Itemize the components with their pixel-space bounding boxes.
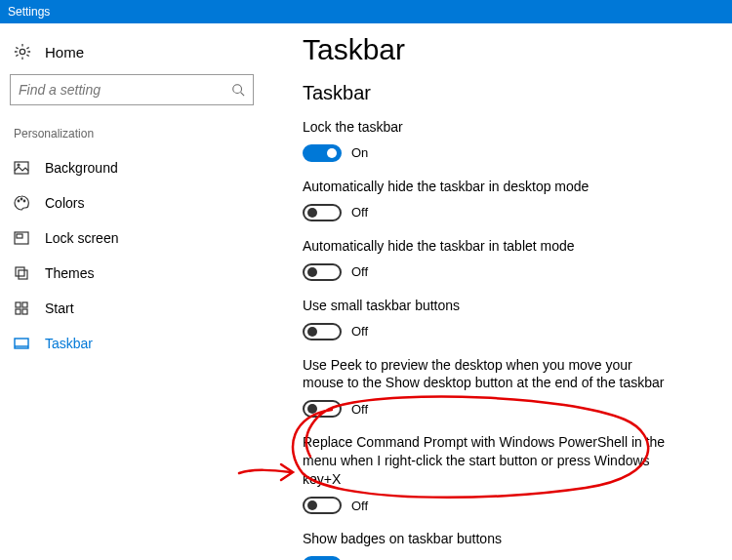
toggle-autohide-desktop[interactable] [303,204,342,221]
sidebar-item-start[interactable]: Start [10,291,254,326]
svg-rect-9 [16,267,24,276]
toggle-badges[interactable] [303,556,342,560]
toggle-state: On [351,145,368,160]
setting-peek: Use Peek to preview the desktop when you… [303,356,712,419]
svg-point-4 [18,200,20,202]
sidebar-item-label: Start [45,300,74,316]
picture-icon [14,160,29,176]
toggle-autohide-tablet[interactable] [303,263,342,281]
toggle-state: Off [351,264,368,279]
themes-icon [14,265,29,281]
lockscreen-icon [14,230,29,246]
setting-autohide-tablet: Automatically hide the taskbar in tablet… [303,237,712,281]
svg-rect-10 [19,270,27,279]
toggle-small-buttons[interactable] [303,323,342,340]
window-title: Settings [8,5,50,19]
setting-label: Use small taskbar buttons [303,297,673,315]
taskbar-icon [14,336,29,351]
toggle-state: Off [351,324,368,339]
setting-powershell: Replace Command Prompt with Windows Powe… [303,433,712,514]
toggle-state: Off [351,402,368,417]
home-label: Home [45,44,84,60]
main-content: Taskbar Taskbar Lock the taskbar On Auto… [264,23,732,560]
gear-icon [14,43,31,60]
sidebar-item-taskbar[interactable]: Taskbar [10,326,254,361]
sidebar-item-background[interactable]: Background [10,150,254,185]
svg-rect-8 [17,234,22,238]
sidebar-item-label: Background [45,160,118,176]
setting-label: Show badges on taskbar buttons [303,530,673,548]
setting-small-buttons: Use small taskbar buttons Off [303,297,712,340]
svg-point-3 [18,164,20,166]
setting-label: Replace Command Prompt with Windows Powe… [303,433,673,489]
svg-rect-14 [22,309,27,314]
svg-point-5 [20,198,22,200]
svg-rect-12 [22,302,27,307]
search-input[interactable] [19,82,231,98]
section-title: Taskbar [303,82,712,104]
setting-label: Automatically hide the taskbar in deskto… [303,178,673,196]
sidebar-item-themes[interactable]: Themes [10,256,254,291]
search-box[interactable] [10,74,254,105]
setting-lock-taskbar: Lock the taskbar On [303,118,712,162]
sidebar-item-label: Lock screen [45,230,118,246]
setting-label: Lock the taskbar [303,118,673,137]
window-titlebar: Settings [0,0,732,23]
setting-autohide-desktop: Automatically hide the taskbar in deskto… [303,178,712,221]
sidebar-item-colors[interactable]: Colors [10,185,254,220]
svg-rect-2 [15,162,28,174]
palette-icon [14,195,29,211]
setting-label: Automatically hide the taskbar in tablet… [303,237,673,256]
toggle-lock-taskbar[interactable] [303,144,342,162]
setting-label: Use Peek to preview the desktop when you… [303,356,673,393]
sidebar-item-label: Taskbar [45,336,93,351]
svg-point-0 [20,49,24,54]
sidebar-item-label: Colors [45,195,84,211]
sidebar-item-lockscreen[interactable]: Lock screen [10,220,254,256]
setting-badges: Show badges on taskbar buttons On [303,530,712,560]
svg-rect-11 [16,302,20,307]
search-icon [231,83,245,97]
toggle-peek[interactable] [303,400,342,418]
start-icon [14,300,29,316]
page-title: Taskbar [303,33,712,66]
toggle-state: Off [351,205,368,220]
sidebar-item-label: Themes [45,265,95,281]
toggle-powershell[interactable] [303,497,342,514]
sidebar: Home Personalization Background Colors L… [0,23,264,560]
svg-rect-13 [16,309,20,314]
home-button[interactable]: Home [10,37,254,74]
svg-point-6 [23,200,25,202]
category-label: Personalization [10,127,254,150]
svg-point-1 [233,85,242,94]
toggle-state: Off [351,499,368,513]
